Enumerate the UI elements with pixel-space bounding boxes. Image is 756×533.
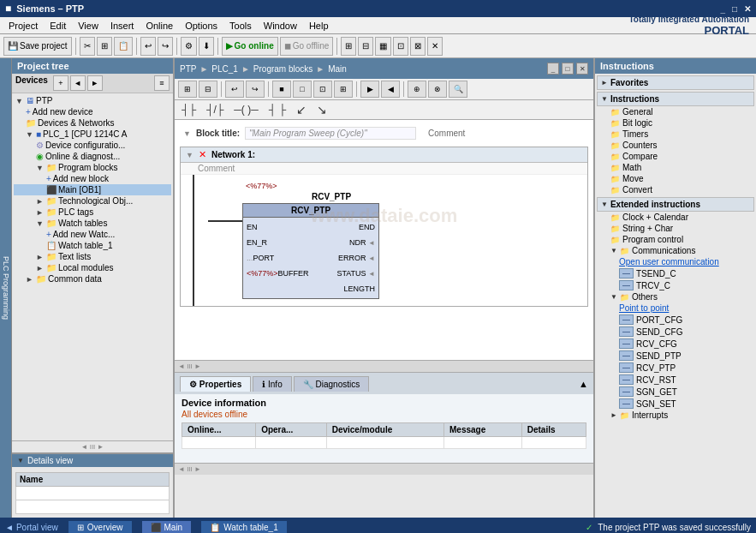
instr-interrupts[interactable]: ► 📁 Interrupts	[597, 410, 754, 421]
instr-general[interactable]: 📁 General	[597, 106, 754, 117]
tree-ptp-root[interactable]: ▼ 🖥 PTP	[14, 95, 171, 106]
point-to-point-link[interactable]: Point to point	[619, 303, 669, 313]
instr-sgn-get[interactable]: — SGN_GET	[597, 386, 754, 398]
toolbar-cut[interactable]: ✂	[80, 37, 95, 56]
prop-tab-expand[interactable]: ▲	[579, 379, 588, 389]
instr-rcv-rst[interactable]: — RCV_RST	[597, 374, 754, 386]
sb-main-tab[interactable]: ⬛ Main	[142, 521, 192, 534]
lad-sym-box[interactable]: ┤ ├	[269, 104, 286, 116]
tree-program-blocks[interactable]: ▼ 📁 Program blocks	[14, 162, 171, 173]
instr-open-user-comm[interactable]: Open user communication	[597, 256, 754, 267]
sb-watch-table-tab[interactable]: 📋 Watch table_1	[201, 521, 287, 534]
tree-watch-table1[interactable]: 📋 Watch table_1	[14, 240, 171, 251]
tree-online-diag[interactable]: ◉ Online & diagnost...	[14, 151, 171, 162]
close-btn[interactable]: ✕	[744, 4, 751, 14]
instr-rcv-cfg[interactable]: — RCV_CFG	[597, 338, 754, 350]
toolbar-btn-4[interactable]: ⊡	[393, 37, 408, 56]
lad-sym-open[interactable]: ↙	[296, 103, 307, 117]
lad-btn-6[interactable]: □	[293, 81, 312, 98]
lad-btn-5[interactable]: ■	[272, 81, 291, 98]
toolbar-btn-3[interactable]: ▦	[375, 37, 391, 56]
tree-tech-obj[interactable]: ► 📁 Technological Obj...	[14, 195, 171, 207]
toolbar-copy[interactable]: ⊞	[97, 37, 112, 56]
instr-tsend-c[interactable]: — TSEND_C	[597, 267, 754, 279]
instr-send-cfg[interactable]: — SEND_CFG	[597, 326, 754, 338]
menu-project[interactable]: Project	[3, 19, 43, 33]
portal-view-link[interactable]: ◄ Portal view	[5, 523, 58, 532]
toolbar-btn-2[interactable]: ⊟	[358, 37, 373, 56]
menu-online[interactable]: Online	[140, 19, 178, 33]
lad-btn-13[interactable]: 🔍	[449, 81, 467, 98]
tree-add-block[interactable]: + Add new block	[14, 173, 171, 184]
lad-btn-8[interactable]: ⊞	[334, 81, 353, 98]
pt-forward-btn[interactable]: ►	[87, 75, 103, 91]
instr-sgn-set[interactable]: — SGN_SET	[597, 398, 754, 410]
menu-view[interactable]: View	[73, 19, 104, 33]
lad-btn-9[interactable]: ▶	[360, 81, 379, 98]
instr-program-ctrl[interactable]: 📁 Program control	[597, 234, 754, 245]
network-expand-icon[interactable]: ▼	[186, 151, 193, 159]
prop-tab-properties[interactable]: ⚙ Properties	[180, 376, 251, 392]
lad-btn-10[interactable]: ◀	[381, 81, 400, 98]
toolbar-btn-5[interactable]: ⊠	[410, 37, 426, 56]
toolbar-redo[interactable]: ↪	[158, 37, 173, 56]
block-title-input[interactable]	[245, 127, 416, 140]
editor-restore-btn[interactable]: □	[562, 63, 574, 75]
tree-plc1[interactable]: ▼ ■ PLC_1 [CPU 1214C A	[14, 129, 171, 140]
titlebar-right[interactable]: _ □ ✕	[720, 4, 751, 14]
tree-watch-tables[interactable]: ▼ 📁 Watch tables	[14, 218, 171, 229]
menu-help[interactable]: Help	[304, 19, 334, 33]
lad-btn-11[interactable]: ⊕	[408, 81, 426, 98]
menu-window[interactable]: Window	[259, 19, 302, 33]
tree-devices-networks[interactable]: 📁 Devices & Networks	[14, 117, 171, 129]
minimize-btn[interactable]: _	[720, 4, 725, 14]
instr-trcv-c[interactable]: — TRCV_C	[597, 279, 754, 291]
toolbar-btn-6[interactable]: ✕	[427, 37, 443, 56]
lad-sym-close[interactable]: ↘	[317, 103, 327, 117]
tree-common-data[interactable]: ► 📁 Common data	[14, 273, 171, 284]
editor-minimize-btn[interactable]: _	[547, 63, 559, 75]
toolbar-download[interactable]: ⬇	[199, 37, 214, 56]
instr-clock[interactable]: 📁 Clock + Calendar	[597, 212, 754, 223]
lad-btn-4[interactable]: ↪	[246, 81, 265, 98]
menu-edit[interactable]: Edit	[45, 19, 71, 33]
instr-point-to-point[interactable]: Point to point	[597, 302, 754, 314]
sb-overview-tab[interactable]: ⊞ Overview	[68, 521, 132, 534]
open-user-comm-link[interactable]: Open user communication	[619, 257, 719, 266]
go-offline-btn[interactable]: ◼ Go offline	[280, 37, 334, 56]
prop-tab-info[interactable]: ℹ Info	[253, 376, 291, 392]
instr-favorites-header[interactable]: ► Favorites	[597, 75, 754, 90]
toolbar-btn-1[interactable]: ⊞	[341, 37, 356, 56]
instr-port-cfg[interactable]: — PORT_CFG	[597, 314, 754, 326]
menu-insert[interactable]: Insert	[105, 19, 140, 33]
instr-extended-header[interactable]: ▼ Extended instructions	[597, 197, 754, 212]
instr-others[interactable]: ▼ 📁 Others	[597, 291, 754, 302]
menu-tools[interactable]: Tools	[224, 19, 257, 33]
tree-plc-tags[interactable]: ► 📁 PLC tags	[14, 207, 171, 218]
instr-math[interactable]: 📁 Math	[597, 162, 754, 173]
lad-sym-no[interactable]: ┤/├	[206, 104, 223, 116]
plc-programming-tab[interactable]: PLC Programming	[0, 58, 12, 518]
instr-counters[interactable]: 📁 Counters	[597, 140, 754, 151]
tree-add-device[interactable]: + Add new device	[14, 106, 171, 117]
tree-main-ob1[interactable]: ⬛ Main [OB1]	[14, 184, 171, 195]
instr-rcv-ptp[interactable]: — RCV_PTP	[597, 362, 754, 374]
pt-back-btn[interactable]: ◄	[70, 75, 86, 91]
tree-local-modules[interactable]: ► 📁 Local modules	[14, 262, 171, 273]
editor-hscroll[interactable]: ◄ III ►	[175, 360, 593, 372]
toolbar-compile[interactable]: ⚙	[181, 37, 197, 56]
instr-communications[interactable]: ▼ 📁 Communications	[597, 245, 754, 256]
tree-text-lists[interactable]: ► 📁 Text lists	[14, 251, 171, 262]
instr-bit-logic[interactable]: 📁 Bit logic	[597, 117, 754, 129]
tree-device-config[interactable]: ⚙ Device configuratio...	[14, 140, 171, 151]
instr-move[interactable]: 📁 Move	[597, 173, 754, 184]
lad-btn-2[interactable]: ⊟	[199, 81, 217, 98]
menu-options[interactable]: Options	[180, 19, 223, 33]
lad-btn-1[interactable]: ⊞	[178, 81, 197, 98]
instr-timers[interactable]: 📁 Timers	[597, 129, 754, 140]
prop-hscroll[interactable]: ◄ III ►	[175, 463, 593, 475]
lad-sym-coil[interactable]: ─( )─	[234, 104, 258, 116]
lad-sym-nc[interactable]: ┤├	[182, 104, 196, 116]
lad-btn-7[interactable]: ⊡	[313, 81, 332, 98]
pt-new-btn[interactable]: +	[53, 75, 68, 91]
